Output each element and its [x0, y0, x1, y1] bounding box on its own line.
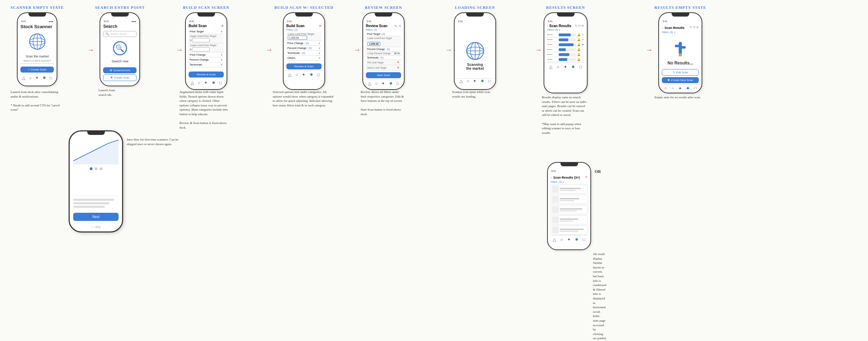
nav-home-alt[interactable]: △ — [553, 237, 556, 242]
nav-notif-5[interactable]: □ — [397, 81, 399, 86]
bell-4[interactable]: 🔔 — [577, 48, 581, 51]
result-row-3[interactable]: ~~~~ 🔔 ★ — [547, 42, 584, 47]
nav-settings-4[interactable]: ✦ — [302, 72, 305, 77]
edit-btn-review[interactable]: ✎ — [394, 24, 397, 28]
price-change-row-2[interactable]: Price Change : (0) ∨ — [286, 41, 322, 46]
close-x-btn[interactable]: ✕ — [221, 24, 224, 28]
alt-row-4[interactable] — [551, 215, 588, 224]
nav-settings-3[interactable]: ✦ — [204, 80, 208, 85]
nav-settings-8[interactable]: ✦ — [678, 86, 682, 89]
star-6[interactable]: ☆ — [582, 58, 584, 61]
bell-5[interactable]: 🔔 — [577, 53, 581, 56]
nav-scan-8[interactable]: ✸ — [686, 86, 690, 89]
nav-notif-4[interactable]: □ — [317, 72, 319, 77]
nav-scan-3[interactable]: ✸ — [212, 80, 215, 85]
others-row-2[interactable]: Others ∨ — [286, 56, 322, 61]
nav-notif-alt[interactable]: □ — [583, 237, 585, 242]
nav-scan-6[interactable]: ✸ — [481, 79, 484, 83]
technicals-row[interactable]: Technicals ∨ — [189, 62, 224, 67]
save-empty-btn[interactable]: ⊓ — [693, 26, 695, 29]
save-results-btn[interactable]: ⊓ — [578, 24, 581, 27]
start-scan-btn[interactable]: Start Scan — [366, 72, 401, 78]
create-scan-btn-1[interactable]: + Create Scan — [20, 67, 54, 73]
nav-home-icon[interactable]: △ — [22, 75, 25, 80]
nav-settings-6[interactable]: ✦ — [473, 79, 476, 83]
alt-back-btn[interactable]: ‹ — [551, 176, 552, 179]
review-scan-btn-3[interactable]: Review & Scan — [189, 72, 224, 78]
bell-3[interactable]: 🔔 — [577, 43, 581, 46]
bell-1[interactable]: 🔔 — [577, 33, 581, 36]
create-scan-btn-2[interactable]: ✸ Create Scan — [103, 74, 137, 81]
percent-change-row[interactable]: Percent Change ∨ — [189, 57, 224, 62]
nav-home-3[interactable]: △ — [191, 80, 194, 85]
nav-home-4[interactable]: △ — [288, 72, 291, 77]
result-row-2[interactable]: ~~~~ 🔔 ★ — [547, 37, 584, 42]
result-row-5[interactable]: ~~~~ 🔔 ☆ — [547, 52, 584, 57]
close-x-btn-2[interactable]: ✕ — [319, 24, 322, 28]
nav-search-3[interactable]: ○ — [198, 80, 200, 85]
alt-row-5[interactable] — [551, 225, 588, 235]
nav-search-7[interactable]: ○ — [557, 64, 559, 69]
bell-2[interactable]: 🔔 — [577, 38, 581, 41]
price-target-row[interactable]: Price Target ∧ — [189, 29, 224, 34]
result-row-1[interactable]: ~~~~ 🔔 ★ — [547, 32, 584, 37]
nav-notif-6[interactable]: □ — [488, 79, 490, 83]
nav-search-5[interactable]: ○ — [375, 81, 378, 86]
save-btn-review[interactable]: ⊓ — [399, 24, 401, 28]
nav-search-8[interactable]: ○ — [672, 86, 674, 89]
create-new-scan-btn-empty[interactable]: ✸ Create New Scan — [662, 77, 699, 83]
rsi-remove-btn[interactable]: ✕ — [397, 61, 400, 64]
macd-remove-btn[interactable]: ✕ — [397, 66, 400, 69]
edit-scan-btn-empty[interactable]: ✎ Edit Scan — [662, 69, 699, 76]
close-empty-btn[interactable]: ✕ — [696, 26, 699, 29]
nav-notif-7[interactable]: □ — [579, 64, 582, 69]
alt-row-1[interactable] — [551, 185, 588, 194]
lower-limit-filled-field[interactable]: 1,000.00 — [288, 36, 307, 40]
result-row-6[interactable]: ~~~~ 🔔 ☆ — [547, 57, 584, 62]
star-3-filled[interactable]: ★ — [582, 43, 584, 46]
nav-search-4[interactable]: ○ — [296, 72, 298, 77]
star-1[interactable]: ★ — [582, 33, 584, 36]
nav-search-alt[interactable]: ○ — [560, 237, 563, 242]
alt-close-btn[interactable]: ✕ — [585, 175, 588, 179]
lower-limit-field[interactable] — [192, 47, 210, 51]
empty-back-btn[interactable]: ‹ — [662, 26, 663, 30]
skip-label[interactable]: — skip — [73, 223, 119, 229]
nav-settings-alt[interactable]: ✦ — [567, 237, 571, 242]
nav-scan-alt[interactable]: ✸ — [575, 237, 578, 242]
nav-scan-5[interactable]: ✸ — [389, 81, 393, 86]
percent-change-row-2[interactable]: Percent Change : (0) ∨ — [286, 46, 322, 51]
star-2[interactable]: ★ — [582, 38, 584, 41]
screener-sort-btn[interactable]: ⊞ Screener/sort — [103, 67, 137, 73]
technicals-row-2[interactable]: Technicals : (0) ∨ — [286, 51, 322, 56]
nav-home-6[interactable]: △ — [460, 79, 463, 83]
edit-empty-btn[interactable]: ✎ — [690, 26, 692, 29]
review-scan-btn-4[interactable]: Review & Scan — [286, 63, 322, 69]
nav-search-icon[interactable]: ○ — [29, 75, 32, 80]
star-5[interactable]: ☆ — [582, 53, 584, 56]
nav-settings-5[interactable]: ✦ — [381, 81, 385, 86]
nav-search-6[interactable]: ○ — [467, 79, 469, 83]
edit-results-btn[interactable]: ✎ — [575, 24, 577, 27]
search-input-field[interactable]: 🔍 Search stock... — [103, 31, 137, 37]
bell-6[interactable]: 🔔 — [577, 58, 581, 61]
price-change-row[interactable]: Price Change ∨ — [189, 52, 224, 57]
nav-settings-7[interactable]: ✦ — [564, 64, 567, 69]
result-row-4[interactable]: ~~~~ 🔔 ☆ — [547, 47, 584, 52]
nav-notif-icon[interactable]: □ — [50, 75, 52, 80]
nav-scan-icon[interactable]: ✸ — [43, 75, 46, 80]
star-4[interactable]: ☆ — [582, 48, 584, 51]
back-btn-results[interactable]: ‹ — [547, 24, 548, 28]
nav-settings-icon[interactable]: ✦ — [35, 75, 39, 80]
alt-row-2[interactable] — [551, 195, 588, 204]
upper-limit-field[interactable] — [192, 38, 210, 42]
nav-home-5[interactable]: △ — [368, 81, 371, 86]
nav-home-7[interactable]: △ — [549, 64, 552, 69]
alt-row-3[interactable] — [551, 205, 588, 214]
next-btn[interactable]: Next — [73, 213, 119, 221]
close-results-btn[interactable]: ✕ — [582, 24, 584, 27]
nav-notif-3[interactable]: □ — [219, 80, 222, 85]
nav-scan-7[interactable]: ✸ — [571, 64, 575, 69]
nav-home-8[interactable]: △ — [664, 86, 667, 89]
nav-notif-8[interactable]: □ — [694, 86, 697, 89]
